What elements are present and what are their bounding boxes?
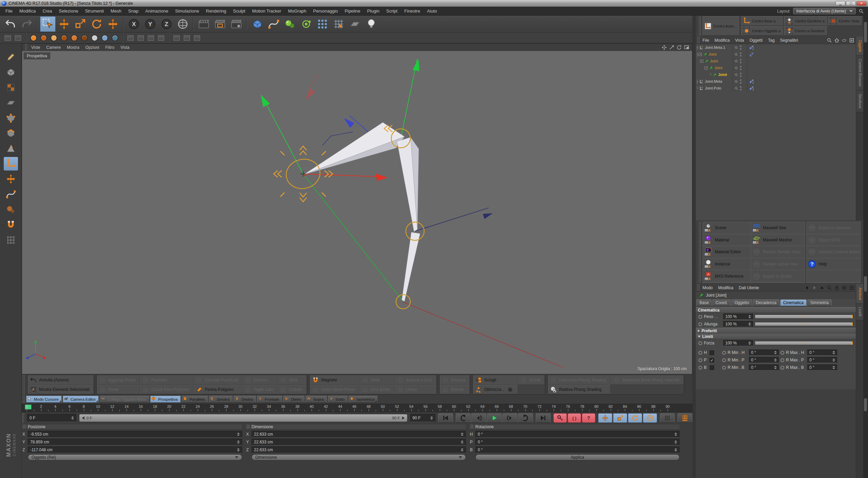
filter-icon[interactable] <box>842 38 847 43</box>
keyframe-ring-icon[interactable] <box>722 351 726 355</box>
mini-settings-icon[interactable] <box>14 34 22 42</box>
workplane-icon[interactable] <box>347 16 363 32</box>
menubar-item-script[interactable]: Script <box>383 7 401 15</box>
zoom-view-icon[interactable] <box>669 45 674 50</box>
editor-visibility-dot[interactable] <box>740 79 742 81</box>
rmax-b-value[interactable]: 0 ° <box>807 364 837 371</box>
snap-mode-icon[interactable] <box>4 218 18 232</box>
path-up-icon[interactable] <box>834 38 840 43</box>
history-forward-icon[interactable] <box>812 285 817 291</box>
deformers-icon[interactable] <box>298 16 314 32</box>
menubar-item-file[interactable]: File <box>2 7 16 15</box>
panel-grip[interactable] <box>25 44 27 51</box>
view-button-camera-editor[interactable]: Camera Editor <box>63 396 99 403</box>
next-key-button[interactable] <box>518 413 533 423</box>
render-view-icon[interactable] <box>196 16 212 32</box>
posizione-x-field[interactable]: -9.553 cm <box>28 431 242 438</box>
rmin-h-value[interactable]: 0 ° <box>749 350 779 356</box>
view-button-dietro[interactable]: BDietro <box>283 396 304 403</box>
panel-tab-content-browser[interactable]: Content Browser <box>856 56 863 91</box>
posizione-mode-select[interactable]: Oggetto (Rel) <box>28 454 242 460</box>
editor-visibility-dot[interactable] <box>740 66 742 67</box>
viewport-canvas[interactable] <box>22 51 693 375</box>
viewport-menu-mostra[interactable]: Mostra <box>64 44 82 51</box>
tab-decadenza[interactable]: Decadenza <box>753 299 780 306</box>
object-name-cell[interactable]: ├0Joint.Meta.1 <box>696 44 732 51</box>
panel-grip[interactable] <box>22 413 24 423</box>
spline-tool-icon-1[interactable] <box>126 34 135 42</box>
expanded-arrow-icon[interactable] <box>698 336 701 338</box>
object-row-joint[interactable]: └Joint <box>696 71 856 78</box>
expand-toggle-icon[interactable]: + <box>705 66 708 69</box>
peso-slider[interactable] <box>755 315 853 319</box>
view-button-prospettiva[interactable]: Prospettiva <box>150 396 181 403</box>
keyframe-ring-icon[interactable] <box>698 358 702 362</box>
attribute-menu-dati-utente[interactable]: Dati Utente <box>736 285 762 291</box>
enable-toggle-icon[interactable] <box>734 86 738 90</box>
record-keyframe-button[interactable] <box>553 413 567 423</box>
p-limit-checkbox[interactable]: ✓ <box>710 358 714 362</box>
search-icon[interactable] <box>827 38 832 43</box>
current-frame-field[interactable]: 0 F <box>27 414 76 422</box>
render-visibility-dot[interactable] <box>740 55 742 57</box>
menubar-item-plugin[interactable]: Plugin <box>364 7 383 15</box>
tag-cell[interactable]: PSR <box>747 86 856 91</box>
attribute-menu-modo[interactable]: Modo <box>700 285 715 291</box>
joint-bones[interactable] <box>304 122 420 301</box>
object-name-cell[interactable]: ├0Joint.Meta <box>696 78 732 85</box>
expand-toggle-icon[interactable]: + <box>699 53 702 56</box>
autokey-button[interactable]: ( ) <box>568 413 581 423</box>
object-manager-menu-modifica[interactable]: Modifica <box>712 37 732 43</box>
rmin-p-value[interactable]: 0 ° <box>749 357 779 363</box>
tool-annulla-azione[interactable]: Annulla (Azione) <box>28 375 94 385</box>
render-visibility-dot[interactable] <box>740 48 742 50</box>
panel-tab-oggetti[interactable]: Oggetti <box>856 37 863 56</box>
new-panel-icon[interactable] <box>849 285 854 291</box>
keyframe-ring-icon[interactable] <box>722 366 726 370</box>
plugin-button-help[interactable]: ?Help <box>807 258 860 271</box>
tool-penna-poligono[interactable]: Penna Poligono <box>194 385 242 394</box>
view-button-frontale[interactable]: FFrontale <box>257 396 282 403</box>
snap-tool-icon-2[interactable] <box>182 34 191 42</box>
render-visibility-dot[interactable] <box>740 68 742 70</box>
posizione-y-field[interactable]: 78.859 cm <box>28 439 242 445</box>
attribute-menu-modifica[interactable]: Modifica <box>715 285 736 291</box>
scale-tool-icon[interactable] <box>73 16 88 32</box>
add-panel-icon[interactable] <box>849 38 854 43</box>
b-limit-checkbox[interactable] <box>710 365 714 370</box>
record-rotation-toggle[interactable] <box>628 413 642 423</box>
visibility-cell[interactable] <box>732 58 747 64</box>
object-row-joint[interactable]: +Joint <box>696 58 856 64</box>
dimensione-y-field[interactable]: 22.633 cm <box>252 439 466 445</box>
scrollbar-thumb[interactable] <box>864 398 867 411</box>
spline-tool-icon-4[interactable] <box>157 34 165 42</box>
object-manager-menu-segnalibri[interactable]: Segnalibri <box>777 37 801 43</box>
range-start-handle[interactable] <box>82 416 84 420</box>
enable-toggle-icon[interactable] <box>734 73 738 77</box>
plugin-button-maxwell-sea[interactable]: mxMaxwell Sea <box>751 222 805 234</box>
enable-toggle-icon[interactable] <box>734 59 738 63</box>
object-row-joint-polo[interactable]: └0Joint.PoloPSR <box>696 85 856 92</box>
goto-start-button[interactable] <box>438 413 453 423</box>
button-centro-asse-a[interactable]: Centro Asse a <box>741 16 784 26</box>
texture-axis-icon[interactable] <box>4 203 18 216</box>
dimensione-z-field[interactable]: 22.633 cm <box>252 446 466 453</box>
viewport-menu-opzioni[interactable]: Opzioni <box>82 44 102 51</box>
panel-tab-livelli[interactable]: Livelli <box>856 304 863 320</box>
parent-icon[interactable] <box>819 285 825 291</box>
object-row-joint-meta[interactable]: ├0Joint.MetaPSR <box>696 78 856 85</box>
model-mode-icon[interactable] <box>4 65 18 79</box>
lock-z-icon[interactable]: Z <box>159 16 174 32</box>
expand-toggle-icon[interactable]: + <box>700 60 703 63</box>
minimize-button[interactable]: ▁ <box>835 1 845 6</box>
object-manager-menu-file[interactable]: File <box>700 37 712 43</box>
visibility-cell[interactable] <box>732 64 747 71</box>
section-cinematica[interactable]: Cinematica <box>696 307 856 313</box>
pan-view-icon[interactable] <box>662 45 667 50</box>
next-frame-button[interactable] <box>502 413 517 423</box>
peso-value[interactable]: 100 % <box>723 314 753 320</box>
h-limit-checkbox[interactable] <box>710 351 714 355</box>
maximize-button[interactable]: ▢ <box>846 1 856 6</box>
allunga-slider[interactable] <box>755 322 853 326</box>
ik-mode-icon[interactable] <box>4 172 18 186</box>
